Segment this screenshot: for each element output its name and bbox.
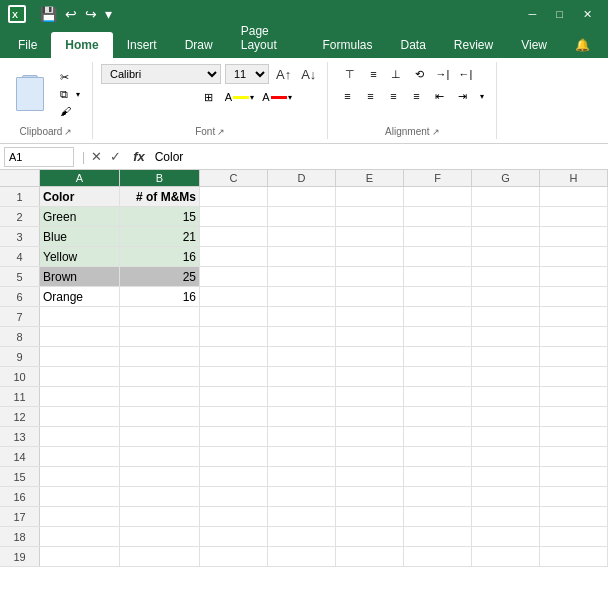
cell-empty[interactable]	[336, 467, 404, 486]
cell-empty[interactable]	[268, 247, 336, 266]
col-header-e[interactable]: E	[336, 170, 404, 186]
cell-b4[interactable]: 16	[120, 247, 200, 266]
cell-empty[interactable]	[540, 247, 608, 266]
cell-b1[interactable]: # of M&Ms	[120, 187, 200, 206]
border-button[interactable]: ⊞	[198, 86, 220, 108]
wrap-text-button[interactable]	[477, 72, 485, 76]
cell-empty[interactable]	[404, 527, 472, 546]
cell-empty[interactable]	[540, 367, 608, 386]
minimize-button[interactable]: ─	[521, 8, 545, 20]
italic-button[interactable]	[150, 86, 172, 108]
text-direction-button[interactable]: ⟲	[408, 64, 430, 84]
cell-empty[interactable]	[200, 367, 268, 386]
cell-a17[interactable]	[40, 507, 120, 526]
cell-b16[interactable]	[120, 487, 200, 506]
fill-color-button[interactable]: A ▾	[222, 89, 257, 105]
cell-a18[interactable]	[40, 527, 120, 546]
cell-reference-input[interactable]	[4, 147, 74, 167]
cell-empty[interactable]	[268, 207, 336, 226]
merge-center-button[interactable]: ▾	[474, 90, 488, 103]
cell-empty[interactable]	[268, 227, 336, 246]
cell-empty[interactable]	[200, 447, 268, 466]
indent-decrease-button[interactable]: ←|	[454, 64, 476, 84]
cell-empty[interactable]	[472, 467, 540, 486]
cell-empty[interactable]	[404, 227, 472, 246]
cell-a13[interactable]	[40, 427, 120, 446]
cell-empty[interactable]	[540, 447, 608, 466]
cell-a1[interactable]: Color	[40, 187, 120, 206]
cell-empty[interactable]	[472, 547, 540, 566]
cell-a14[interactable]	[40, 447, 120, 466]
align-left-button[interactable]: ≡	[336, 86, 358, 106]
cell-empty[interactable]	[200, 407, 268, 426]
cell-empty[interactable]	[336, 247, 404, 266]
cell-a12[interactable]	[40, 407, 120, 426]
decrease-indent-button[interactable]: ⇤	[428, 86, 450, 106]
cell-empty[interactable]	[200, 467, 268, 486]
tab-page-layout[interactable]: Page Layout	[227, 18, 309, 58]
formula-input[interactable]	[151, 149, 608, 165]
font-expand-icon[interactable]: ↗	[217, 127, 225, 137]
cell-b14[interactable]	[120, 447, 200, 466]
align-justify-button[interactable]: ≡	[405, 86, 427, 106]
tab-file[interactable]: File	[4, 32, 51, 58]
cell-empty[interactable]	[540, 407, 608, 426]
cell-b17[interactable]	[120, 507, 200, 526]
cell-empty[interactable]	[268, 447, 336, 466]
cell-empty[interactable]	[200, 207, 268, 226]
cell-empty[interactable]	[472, 507, 540, 526]
cell-a4[interactable]: Yellow	[40, 247, 120, 266]
cell-empty[interactable]	[200, 547, 268, 566]
cell-empty[interactable]	[472, 487, 540, 506]
cell-empty[interactable]	[268, 367, 336, 386]
redo-button[interactable]: ↪	[83, 4, 99, 24]
cell-empty[interactable]	[404, 347, 472, 366]
cell-empty[interactable]	[540, 487, 608, 506]
cell-empty[interactable]	[540, 227, 608, 246]
tab-help[interactable]: 🔔	[561, 32, 604, 58]
cell-empty[interactable]	[540, 507, 608, 526]
cell-a9[interactable]	[40, 347, 120, 366]
cell-empty[interactable]	[200, 527, 268, 546]
cell-empty[interactable]	[200, 187, 268, 206]
cell-empty[interactable]	[268, 307, 336, 326]
cell-b10[interactable]	[120, 367, 200, 386]
insert-function-button[interactable]: fx	[133, 149, 145, 164]
cell-b18[interactable]	[120, 527, 200, 546]
col-header-b[interactable]: B	[120, 170, 200, 186]
cell-empty[interactable]	[404, 207, 472, 226]
cell-a6[interactable]: Orange	[40, 287, 120, 306]
cell-empty[interactable]	[336, 447, 404, 466]
cell-empty[interactable]	[268, 407, 336, 426]
cell-empty[interactable]	[404, 287, 472, 306]
cell-a2[interactable]: Green	[40, 207, 120, 226]
cell-empty[interactable]	[336, 287, 404, 306]
cell-empty[interactable]	[472, 387, 540, 406]
col-header-g[interactable]: G	[472, 170, 540, 186]
cell-empty[interactable]	[200, 507, 268, 526]
cell-empty[interactable]	[336, 307, 404, 326]
paste-button[interactable]	[8, 73, 52, 115]
confirm-formula-button[interactable]: ✓	[108, 149, 123, 164]
cell-empty[interactable]	[200, 427, 268, 446]
cell-empty[interactable]	[336, 267, 404, 286]
cell-empty[interactable]	[540, 347, 608, 366]
cell-empty[interactable]	[268, 287, 336, 306]
cell-b2[interactable]: 15	[120, 207, 200, 226]
indent-increase-button[interactable]: →|	[431, 64, 453, 84]
cell-empty[interactable]	[268, 547, 336, 566]
tab-data[interactable]: Data	[386, 32, 439, 58]
cell-a19[interactable]	[40, 547, 120, 566]
cell-empty[interactable]	[472, 327, 540, 346]
tab-formulas[interactable]: Formulas	[308, 32, 386, 58]
col-header-d[interactable]: D	[268, 170, 336, 186]
cell-empty[interactable]	[540, 187, 608, 206]
cell-empty[interactable]	[336, 227, 404, 246]
maximize-button[interactable]: □	[548, 8, 571, 20]
cell-empty[interactable]	[404, 447, 472, 466]
cell-empty[interactable]	[336, 487, 404, 506]
cell-b7[interactable]	[120, 307, 200, 326]
cell-empty[interactable]	[472, 527, 540, 546]
cell-empty[interactable]	[268, 187, 336, 206]
merge-dropdown-arrow[interactable]: ▾	[480, 92, 484, 101]
